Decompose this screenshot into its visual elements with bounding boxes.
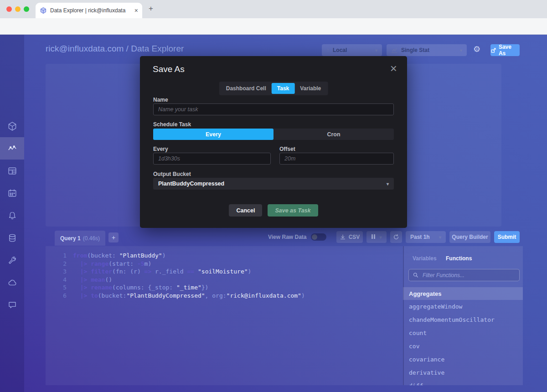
pause-button[interactable]: ▾: [366, 231, 387, 243]
traffic-light-zoom[interactable]: [24, 6, 29, 12]
toggle-knob: [312, 234, 317, 240]
function-list: aggregateWindowchandeMomentumOscillatorc…: [403, 300, 523, 385]
time-range-value: Past 1h: [410, 234, 430, 240]
modal-tab-bar: Dashboard Cell Task Variable: [219, 82, 328, 95]
cancel-button[interactable]: Cancel: [229, 204, 262, 217]
dashboards-icon: [7, 166, 17, 176]
traffic-light-minimize[interactable]: [15, 6, 21, 12]
code-line: 1from(bucket: "PlantBuddy"): [46, 252, 403, 260]
viz-type-value: Single Stat: [401, 47, 429, 53]
visualization-type-dropdown[interactable]: Single Stat ▾: [387, 44, 467, 56]
code-line: 4 |> mean(): [46, 276, 403, 284]
view-raw-data-label: View Raw Data: [268, 234, 306, 240]
cloud-icon: [7, 278, 17, 288]
function-item[interactable]: diff: [403, 379, 523, 385]
chevron-down-icon: ▾: [387, 181, 389, 186]
sidebar-item-settings[interactable]: [0, 249, 24, 271]
csv-label: CSV: [349, 234, 360, 240]
save-as-task-button[interactable]: Save as Task: [268, 204, 318, 217]
wrench-icon: [7, 255, 17, 265]
code-line: 2 |> range(start: -5m): [46, 260, 403, 268]
every-input[interactable]: [153, 153, 271, 165]
timezone-dropdown[interactable]: ↑ Local ▾: [322, 44, 382, 56]
gear-icon[interactable]: ⚙: [473, 44, 480, 54]
influxdb-logo-icon[interactable]: [0, 115, 24, 137]
timezone-value: Local: [333, 47, 347, 53]
function-item[interactable]: aggregateWindow: [403, 300, 523, 313]
tab-close-icon[interactable]: ×: [134, 7, 138, 14]
name-label: Name: [153, 97, 168, 103]
output-bucket-dropdown[interactable]: PlantBuddyCompressed ▾: [153, 178, 394, 190]
sidebar-item-cloud[interactable]: [0, 271, 24, 294]
tab-dashboard-cell[interactable]: Dashboard Cell: [221, 83, 272, 94]
submit-button[interactable]: Submit: [494, 231, 520, 243]
browser-tabstrip: Data Explorer | rick@influxdata × +: [0, 0, 547, 18]
sidebar-item-dashboards[interactable]: [0, 160, 24, 182]
offset-label: Offset: [279, 146, 295, 152]
save-as-button[interactable]: Save As: [490, 44, 520, 56]
function-item[interactable]: count: [403, 326, 523, 340]
output-bucket-label: Output Bucket: [153, 171, 191, 177]
chevron-down-icon: ▾: [379, 235, 382, 240]
every-label: Every: [153, 146, 168, 152]
graph-line-icon: [7, 144, 17, 154]
close-icon[interactable]: ×: [390, 62, 397, 76]
sidebar-item-data-explorer[interactable]: [0, 137, 24, 160]
schedule-cron-option[interactable]: Cron: [274, 129, 394, 140]
sidebar-item-tasks[interactable]: [0, 182, 24, 204]
function-item[interactable]: covariance: [403, 353, 523, 366]
chevron-down-icon: ▾: [375, 48, 377, 53]
task-name-input[interactable]: [153, 103, 394, 115]
tab-functions[interactable]: Functions: [446, 255, 472, 262]
query-builder-button[interactable]: Query Builder: [449, 231, 490, 243]
database-icon: [7, 233, 17, 243]
function-item[interactable]: chandeMomentumOscillator: [403, 313, 523, 326]
output-bucket-value: PlantBuddyCompressed: [158, 181, 224, 187]
export-icon: [490, 47, 496, 53]
add-query-button[interactable]: +: [108, 232, 119, 242]
sidebar-item-feedback[interactable]: [0, 294, 24, 316]
page-title: rick@influxdata.com / Data Explorer: [46, 44, 184, 54]
search-icon: [413, 272, 418, 278]
schedule-task-label: Schedule Task: [153, 121, 191, 128]
influxdb-favicon-icon: [40, 7, 47, 14]
modal-title: Save As: [153, 64, 185, 74]
function-item[interactable]: derivative: [403, 366, 523, 379]
query-builder-label: Query Builder: [452, 234, 488, 240]
tab-variable[interactable]: Variable: [294, 83, 326, 94]
search-input[interactable]: [422, 272, 515, 279]
code-line: 6 |> to(bucket:"PlantBuddyCompressed", o…: [46, 292, 403, 300]
filter-functions-search[interactable]: [408, 269, 520, 281]
browser-tab[interactable]: Data Explorer | rick@influxdata ×: [36, 3, 142, 18]
tab-title: Data Explorer | rick@influxdata: [50, 7, 131, 14]
tab-task[interactable]: Task: [272, 83, 294, 94]
new-tab-button[interactable]: +: [149, 4, 153, 13]
schedule-every-option[interactable]: Every: [153, 129, 274, 140]
schedule-toggle: Every Cron: [153, 129, 394, 140]
sidebar-item-alerts[interactable]: [0, 204, 24, 227]
function-category-header: Aggregates: [403, 287, 523, 300]
save-as-label: Save As: [499, 44, 520, 57]
refresh-button[interactable]: [390, 231, 402, 243]
save-as-modal: Save As × Dashboard Cell Task Variable N…: [140, 56, 407, 228]
code-line: 5 |> rename(columns: {_stop: "_time"}): [46, 284, 403, 292]
chat-icon: [7, 300, 17, 310]
csv-download-button[interactable]: CSV: [336, 231, 363, 243]
pause-icon: [371, 234, 376, 240]
view-raw-data-toggle[interactable]: [311, 233, 326, 241]
traffic-light-close[interactable]: [6, 6, 12, 12]
browser-toolbar: ← → us-west-2-1.aws.cloud2.influxdata.co…: [0, 18, 547, 35]
modal-button-row: Cancel Save as Task: [140, 204, 407, 217]
function-item[interactable]: cov: [403, 340, 523, 353]
query-tab-label: Query 1: [60, 235, 81, 242]
chevron-down-icon: ▾: [460, 48, 462, 53]
chevron-down-icon: ▾: [439, 235, 441, 240]
refresh-icon: [393, 234, 399, 240]
offset-input[interactable]: [279, 153, 394, 165]
sidebar-item-load-data[interactable]: [0, 227, 24, 249]
up-arrow-icon: ↑: [326, 47, 329, 53]
tab-variables[interactable]: Variables: [413, 255, 437, 262]
query-tab-duration: (0.46s): [83, 235, 100, 242]
time-range-dropdown[interactable]: Past 1h ▾: [406, 231, 446, 243]
query-tab[interactable]: Query 1 (0.46s): [55, 231, 105, 246]
